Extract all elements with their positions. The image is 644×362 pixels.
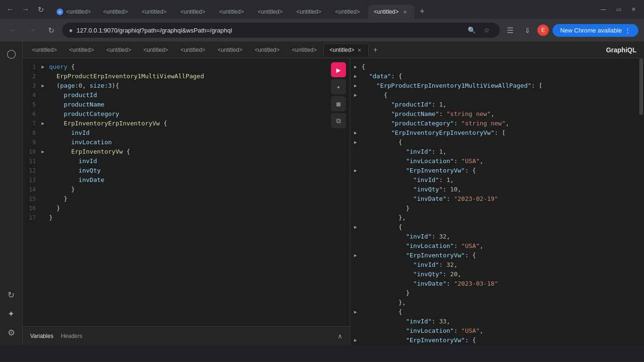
merge-icon[interactable]: ▦ (331, 96, 346, 111)
address-text: 127.0.0.1:9070/graphiql?path=/graphql&ws… (76, 27, 461, 34)
result-line-6: "productName": "string new", (350, 109, 644, 119)
browser-tab-8[interactable]: <untitled> (330, 5, 367, 19)
refresh-button[interactable]: ↻ (34, 3, 47, 16)
history-icon[interactable]: ◯ (3, 45, 20, 62)
bookmark-icon[interactable]: ☆ (480, 24, 493, 37)
result-line-20: "invLocation": "USA", (350, 241, 644, 251)
new-tab-button[interactable]: + (415, 5, 429, 18)
browser-tab-9[interactable]: <untitled> ✕ (368, 5, 415, 19)
result-line-19: "invId": 32, (350, 232, 644, 241)
result-line-8: ▶ "ErpInventoryErpInventoryVw": [ (350, 128, 644, 138)
search-icon[interactable]: 🔍 (465, 24, 478, 37)
tab-label-4: <untitled> (181, 8, 206, 15)
result-line-16: } (350, 204, 644, 213)
tab-label-9: <untitled> (374, 8, 399, 15)
gql-tab-8[interactable]: <untitled> (286, 43, 322, 57)
back-button[interactable]: ← (4, 3, 17, 16)
address-bar-row: ← → ↻ ● 127.0.0.1:9070/graphiql?path=/gr… (0, 19, 644, 41)
minimize-button[interactable]: — (597, 3, 610, 16)
gql-tab-close-9[interactable]: ✕ (356, 47, 363, 53)
variables-tab[interactable]: Variables (30, 333, 53, 339)
gql-tab-1[interactable]: <untitled> (26, 43, 63, 57)
editor-area: ▶ ✦ ▦ ⧉ 1 ▶ query { 2 (23, 58, 644, 345)
browser-tab-2[interactable]: <untitled> (98, 5, 135, 19)
new-chrome-label: New Chrome available (560, 27, 622, 34)
code-line-5: 5 productName (23, 100, 350, 109)
graphiql-container: <untitled> <untitled> <untitled> <untitl… (23, 41, 644, 345)
browser-tab-1[interactable]: G <untitled> (51, 5, 97, 19)
tab-label-7: <untitled> (297, 8, 322, 15)
download-icon[interactable]: ⇓ (520, 24, 534, 37)
code-line-12: 12 invQty (23, 166, 350, 175)
browser-tab-3[interactable]: <untitled> (136, 5, 174, 19)
tab-label-6: <untitled> (258, 8, 283, 15)
gql-tab-9[interactable]: <untitled> ✕ (323, 43, 369, 57)
gql-tab-4[interactable]: <untitled> (138, 43, 174, 57)
gql-tab-3[interactable]: <untitled> (100, 43, 137, 57)
result-line-11: "invLocation": "USA", (350, 156, 644, 166)
code-line-10: 10 ▶ ErpInventoryVw { (23, 147, 350, 156)
tab-label-2: <untitled> (103, 8, 128, 15)
prettify-icon[interactable]: ✦ (331, 79, 346, 94)
new-chrome-menu-icon: ⋮ (625, 27, 631, 34)
copy-icon[interactable]: ⧉ (331, 113, 346, 128)
tab-close-9[interactable]: ✕ (401, 8, 409, 16)
gql-tab-6[interactable]: <untitled> (212, 43, 248, 57)
result-line-22: "invId": 32, (350, 260, 644, 270)
settings-sidebar-icon[interactable]: ⚙ (3, 324, 20, 341)
code-line-1: 1 ▶ query { (23, 62, 350, 72)
headers-tab[interactable]: Headers (61, 333, 82, 339)
tab-label-1: <untitled> (66, 8, 91, 15)
play-button[interactable]: ▶ (331, 62, 346, 77)
result-line-3: ▶ "ErpProductErpInventory1MultiViewAllPa… (350, 81, 644, 90)
gql-tab-7[interactable]: <untitled> (249, 43, 285, 57)
shortcut-sidebar-icon[interactable]: ✦ (3, 305, 20, 322)
browser-tab-6[interactable]: <untitled> (252, 5, 290, 19)
browser-title-bar: ← → ↻ G <untitled> <untitled> <untitled>… (0, 0, 644, 19)
close-window-button[interactable]: ✕ (627, 3, 640, 16)
back-nav-button[interactable]: ← (6, 23, 21, 38)
code-line-6: 6 productCategory (23, 109, 350, 119)
scrollbar-track (638, 58, 644, 345)
code-line-11: 11 invId (23, 156, 350, 166)
query-pane: ▶ ✦ ▦ ⧉ 1 ▶ query { 2 (23, 58, 350, 345)
main-area: ◯ ↻ ✦ ⚙ <untitled> <untitled> <untitled>… (0, 41, 644, 345)
graphiql-title: GraphiQL (606, 46, 640, 54)
vars-panel: Variables Headers ∧ (23, 326, 350, 345)
result-line-15: "invDate": "2023-02-19" (350, 194, 644, 204)
gql-tab-5[interactable]: <untitled> (175, 43, 211, 57)
result-line-1: ▶ { (350, 62, 644, 72)
profile-icon[interactable]: E (537, 25, 549, 36)
result-line-21: ▶ "ErpInventoryVw": { (350, 251, 644, 260)
browser-tab-4[interactable]: <untitled> (175, 5, 213, 19)
result-line-9: ▶ { (350, 138, 644, 147)
result-line-12: ▶ "ErpInventoryVw": { (350, 166, 644, 175)
query-editor[interactable]: ▶ ✦ ▦ ⧉ 1 ▶ query { 2 (23, 58, 350, 326)
result-line-10: "invId": 1, (350, 147, 644, 156)
refresh-nav-button[interactable]: ↻ (43, 23, 58, 38)
result-line-23: "invQty": 20, (350, 270, 644, 279)
code-line-9: 9 invLocation (23, 138, 350, 147)
gql-tab-add-button[interactable]: + (370, 44, 381, 56)
code-line-7: 7 ▶ ErpInventoryErpInventoryVw { (23, 119, 350, 128)
scrollbar-thumb[interactable] (639, 58, 643, 115)
address-bar[interactable]: ● 127.0.0.1:9070/graphiql?path=/graphql&… (62, 23, 500, 38)
tab-search-icon[interactable]: ☰ (504, 24, 517, 37)
code-line-14: 14 } (23, 185, 350, 194)
forward-button[interactable]: → (19, 3, 32, 16)
result-line-27: ▶ { (350, 307, 644, 317)
collapse-icon[interactable]: ∧ (338, 332, 342, 340)
browser-tab-5[interactable]: <untitled> (214, 5, 251, 19)
new-chrome-button[interactable]: New Chrome available ⋮ (553, 24, 638, 37)
result-line-4: ▶ { (350, 90, 644, 100)
forward-nav-button[interactable]: → (25, 23, 40, 38)
results-pane[interactable]: ▶ { ▶ "data": { ▶ "ErpProductErpInventor… (350, 58, 644, 345)
refresh-sidebar-icon[interactable]: ↻ (3, 287, 20, 304)
result-line-2: ▶ "data": { (350, 72, 644, 81)
gql-tab-2[interactable]: <untitled> (64, 43, 100, 57)
result-line-7: "productCategory": "string new", (350, 119, 644, 128)
code-line-3: 3 ▶ (page:0, size:3){ (23, 81, 350, 90)
browser-tab-7[interactable]: <untitled> (291, 5, 329, 19)
maximize-button[interactable]: ▭ (612, 3, 625, 16)
address-actions: 🔍 ☆ (465, 24, 493, 37)
